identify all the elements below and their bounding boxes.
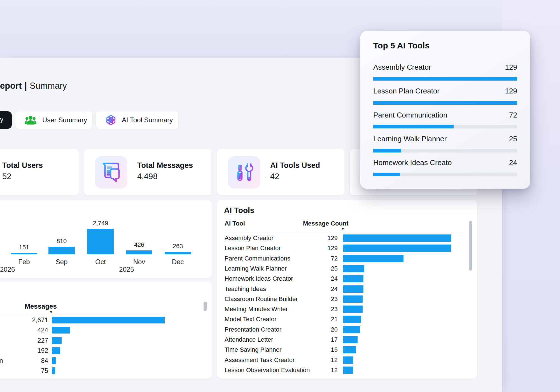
top5-item-value: 72 <box>475 111 517 119</box>
top5-item-name: Homework Ideas Creato <box>373 158 452 167</box>
tab-active-label-fragment: y <box>0 116 3 123</box>
horizontal-bar[interactable] <box>52 347 60 354</box>
x-axis-month-label: Oct <box>84 258 117 266</box>
table-cell-tool: Learning Walk Planner <box>225 265 287 272</box>
table-cell-count: 129 <box>310 245 338 252</box>
column-bar[interactable] <box>87 229 114 254</box>
table-row[interactable]: Parent Communications72 <box>222 253 465 264</box>
kpi-card-total-messages: Total Messages 4,498 <box>84 149 211 195</box>
row-value-label: 2,671 <box>6 316 48 324</box>
table-cell-count: 15 <box>310 346 338 353</box>
top5-item-name: Parent Communication <box>373 111 447 119</box>
tab-ai-tool-summary-label: AI Tool Summary <box>122 116 173 124</box>
horizontal-bar[interactable] <box>52 367 55 374</box>
table-row-bar <box>343 346 356 353</box>
x-axis-month-label: Dec <box>161 258 195 266</box>
horizontal-bar[interactable] <box>52 337 62 344</box>
tab-active-partial[interactable]: y <box>0 111 12 129</box>
top5-list: Assembly Creator129Lesson Plan Creator12… <box>360 31 530 189</box>
vertical-scrollbar[interactable] <box>469 221 472 271</box>
header-separator <box>0 315 170 315</box>
title-divider: | <box>25 81 27 91</box>
table-row-bar <box>343 326 360 333</box>
vertical-scrollbar[interactable] <box>204 302 207 311</box>
table-row[interactable]: Time Saving Planner15 <box>222 345 465 355</box>
table-cell-count: 24 <box>310 275 338 282</box>
table-row[interactable]: Homework Ideas Creator24 <box>222 274 465 284</box>
table-row[interactable]: Teaching Ideas24 <box>222 284 465 294</box>
kpi-card-total-users: Total Users 52 <box>0 149 79 195</box>
table-row-bar <box>343 295 363 303</box>
kpi-label: AI Tools Used <box>270 161 320 170</box>
x-axis-year-label: 2025 <box>110 266 143 273</box>
table-cell-count: 23 <box>310 306 338 313</box>
table-row-bar <box>343 275 363 282</box>
table-cell-tool: Assembly Creator <box>225 234 274 242</box>
table-row-bar <box>343 245 451 252</box>
table-cell-tool: Homework Ideas Creator <box>225 275 293 282</box>
page-section-title: Summary <box>30 81 67 91</box>
tab-ai-tool-summary[interactable]: AI Tool Summary <box>96 111 178 129</box>
row-value-label: 84 <box>6 357 48 365</box>
table-cell-count: 129 <box>310 234 338 242</box>
x-axis-month-label: Sep <box>45 258 78 266</box>
top5-item-name: Lesson Plan Creator <box>373 87 440 95</box>
dashboard-root: eport|Summary y User Summary <box>0 0 560 392</box>
bar-value-label: 263 <box>161 243 195 250</box>
top5-bar-fill <box>373 173 400 176</box>
kpi-value: 42 <box>270 172 279 181</box>
table-row[interactable]: Assessment Task Creator12 <box>222 355 465 365</box>
tab-user-summary-label: User Summary <box>42 116 87 124</box>
page-title: eport|Summary <box>0 81 67 91</box>
table-cell-tool: Lesson Plan Creator <box>225 245 281 252</box>
table-row[interactable]: Assembly Creator129 <box>222 233 465 243</box>
table-row[interactable]: Lesson Plan Creator129 <box>222 243 465 253</box>
ai-flower-icon <box>106 115 116 125</box>
horizontal-bar[interactable] <box>52 327 70 334</box>
horizontal-bar[interactable] <box>52 317 165 323</box>
kpi-card-ai-tools-used: AI Tools Used 42 <box>217 149 344 195</box>
table-row-bar <box>343 265 364 272</box>
messages-column-header[interactable]: Messages <box>25 302 57 310</box>
table-row[interactable]: Model Text Creator21 <box>222 314 465 324</box>
table-row-bar <box>343 356 353 364</box>
top5-item-value: 129 <box>475 87 517 95</box>
top5-bar-fill <box>373 77 517 81</box>
table-cell-count: 24 <box>310 285 338 293</box>
row-value-label: 192 <box>6 347 48 355</box>
column-bar[interactable] <box>11 253 37 254</box>
kpi-label: Total Messages <box>137 161 193 170</box>
kpi-label: Total Users <box>2 161 43 170</box>
x-axis-year-label: 2026 <box>0 266 15 273</box>
table-row[interactable]: Classroom Routine Builder23 <box>222 294 465 304</box>
table-row[interactable]: Presentation Creator20 <box>222 325 465 335</box>
top5-bar-fill <box>373 125 454 128</box>
table-row[interactable]: Lesson Observation Evaluation12 <box>222 365 465 375</box>
row-value-label: 424 <box>6 327 48 334</box>
top5-item-value: 129 <box>475 63 517 72</box>
kpi-value: 52 <box>2 172 11 181</box>
horizontal-bar[interactable] <box>52 357 56 364</box>
column-bar[interactable] <box>126 250 152 254</box>
table-cell-tool: Parent Communications <box>225 255 290 262</box>
table-cell-count: 72 <box>310 255 338 262</box>
column-bar[interactable] <box>48 247 75 254</box>
ai-tools-card: AI Tools AI Tool Message Count ▼ Assembl… <box>217 200 477 379</box>
column-bar[interactable] <box>165 252 191 254</box>
table-cell-count: 23 <box>310 295 338 303</box>
table-cell-tool: Time Saving Planner <box>225 346 281 353</box>
tools-icon <box>228 156 260 189</box>
kpi-value: 4,498 <box>137 172 158 181</box>
messages-icon <box>95 156 127 189</box>
sort-desc-icon[interactable]: ▼ <box>49 310 53 314</box>
table-cell-count: 21 <box>310 316 338 323</box>
table-row[interactable]: Learning Walk Planner25 <box>222 264 465 274</box>
table-cell-tool: Presentation Creator <box>225 326 281 333</box>
top5-bar-fill <box>373 149 401 152</box>
table-cell-count: 17 <box>310 336 338 343</box>
table-row[interactable]: Attendance Letter17 <box>222 335 465 345</box>
table-cell-count: 20 <box>310 326 338 333</box>
top5-item-value: 25 <box>475 135 517 143</box>
table-row[interactable]: Meeting Minutes Writer23 <box>222 304 465 314</box>
tab-user-summary[interactable]: User Summary <box>15 111 92 129</box>
